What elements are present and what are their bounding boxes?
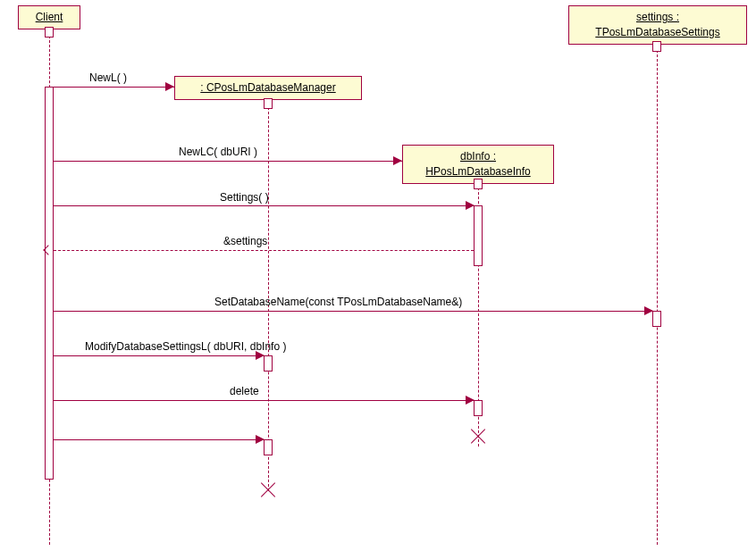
message-delete-manager: [54, 439, 264, 440]
message-newlc: [54, 161, 402, 162]
arrow-settings: [466, 201, 475, 210]
activation-dbinfo-settings: [474, 205, 483, 266]
stub-dbinfo: [474, 179, 483, 189]
stub-settings: [652, 41, 661, 52]
label-settings: Settings( ): [220, 191, 269, 204]
activation-dbinfo-delete: [474, 400, 483, 416]
participant-settings-line2: TPosLmDatabaseSettings: [595, 26, 719, 38]
participant-settings: settings : TPosLmDatabaseSettings: [568, 5, 747, 45]
message-delete-dbinfo: [54, 400, 474, 401]
label-return-settings: &settings: [223, 235, 267, 247]
stub-client: [45, 27, 54, 38]
message-newl: [54, 87, 174, 88]
label-newl: NewL( ): [89, 71, 127, 84]
label-newlc: NewLC( dbURI ): [179, 146, 257, 158]
label-setdbname: SetDatabaseName(const TPosLmDatabaseName…: [214, 296, 462, 308]
participant-dbinfo-line1: dbInfo :: [460, 150, 496, 163]
destroy-dbinfo: [471, 429, 485, 443]
destroy-manager: [261, 482, 275, 497]
message-setdbname: [54, 311, 652, 312]
activation-client-main: [45, 87, 54, 480]
message-modify: [54, 355, 264, 356]
participant-client-label: Client: [36, 11, 63, 23]
stub-manager: [264, 98, 273, 109]
return-settings: [45, 250, 474, 251]
participant-manager-label: : CPosLmDatabaseManager: [200, 81, 335, 94]
activation-settings-set: [652, 311, 661, 327]
participant-manager: : CPosLmDatabaseManager: [174, 76, 362, 100]
arrow-newlc: [393, 156, 402, 165]
lifeline-manager: [268, 98, 269, 491]
arrow-setdbname: [644, 306, 653, 315]
participant-dbinfo-line2: HPosLmDatabaseInfo: [425, 165, 530, 178]
arrow-newl: [165, 82, 174, 91]
arrow-modify: [256, 351, 265, 360]
arrow-delete-dbinfo: [466, 396, 475, 405]
activation-manager-modify: [264, 355, 273, 372]
message-settings: [54, 205, 474, 206]
participant-settings-line1: settings :: [636, 11, 679, 23]
activation-manager-delete: [264, 439, 273, 455]
arrow-delete-manager: [256, 435, 265, 444]
label-delete: delete: [230, 385, 259, 397]
participant-client: Client: [18, 5, 80, 29]
lifeline-settings: [657, 41, 658, 545]
